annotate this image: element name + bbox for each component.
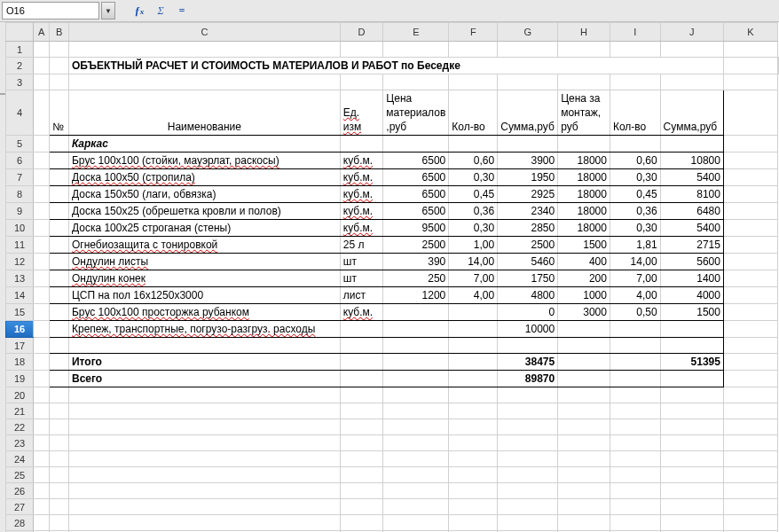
name-box-dropdown[interactable]: ▼ xyxy=(101,2,115,20)
col-header[interactable]: D xyxy=(340,23,383,42)
cell-qty[interactable]: 0,36 xyxy=(449,203,497,219)
cell-name[interactable]: Ондулин конек xyxy=(69,270,340,286)
col-header[interactable]: J xyxy=(660,23,723,42)
name-box[interactable]: O16 xyxy=(2,2,99,20)
cell-sum[interactable]: 2850 xyxy=(498,220,557,236)
row-header[interactable]: 13 xyxy=(6,270,34,287)
cell-sum[interactable]: 1750 xyxy=(498,270,557,286)
col-header[interactable]: F xyxy=(449,23,498,42)
col-header[interactable]: E xyxy=(383,23,449,42)
cell-qty[interactable]: 1,00 xyxy=(449,237,497,253)
row-header[interactable]: 10 xyxy=(6,220,34,237)
row-header[interactable]: 1 xyxy=(6,42,34,58)
cell-qty2[interactable]: 14,00 xyxy=(610,254,660,270)
cell-name[interactable]: Доска 150х50 (лаги, обвязка) xyxy=(69,186,340,202)
cell-qty[interactable]: 0,60 xyxy=(449,153,497,168)
cell-name[interactable]: Ондулин листы xyxy=(69,254,340,270)
cell-price[interactable]: 6500 xyxy=(383,153,448,168)
cell-sum[interactable]: 2500 xyxy=(498,237,557,253)
function-wizard-button[interactable]: ƒx xyxy=(130,2,149,20)
cell-price[interactable]: 6500 xyxy=(383,203,448,219)
sum-button[interactable]: Σ xyxy=(151,2,170,20)
cell-price-mont[interactable]: 18000 xyxy=(558,203,610,219)
row-header[interactable]: 28 xyxy=(6,515,34,531)
cell-sum[interactable]: 3900 xyxy=(498,153,557,168)
spreadsheet-grid[interactable]: A B C D E F G H I J K 1 2 ОБЪЕКТНЫЙ РАСЧ… xyxy=(5,22,779,532)
cell-price-mont[interactable] xyxy=(558,328,610,330)
cell-qty2[interactable]: 0,30 xyxy=(610,220,660,236)
row-header[interactable]: 24 xyxy=(6,451,34,467)
cell-unit[interactable]: шт xyxy=(341,270,383,286)
cell-price[interactable] xyxy=(383,311,448,313)
cell-name[interactable]: Доска 100х25 строганая (стены) xyxy=(69,220,340,236)
cell-qty2[interactable]: 7,00 xyxy=(610,270,660,286)
cell-name[interactable]: ЦСП на пол 16х1250х3000 xyxy=(69,287,340,303)
cell-qty2[interactable]: 0,30 xyxy=(610,169,660,185)
row-header[interactable]: 11 xyxy=(6,237,34,254)
cell-sum2[interactable]: 1500 xyxy=(661,304,723,320)
row-header[interactable]: 14 xyxy=(6,287,34,304)
col-header[interactable]: C xyxy=(68,23,340,42)
cell-sum2[interactable]: 10800 xyxy=(661,153,723,168)
cell-price[interactable]: 9500 xyxy=(383,220,448,236)
cell-price[interactable] xyxy=(383,328,448,330)
cell-sum2[interactable]: 8100 xyxy=(661,186,723,202)
cell-price[interactable]: 390 xyxy=(383,254,448,270)
col-header[interactable]: B xyxy=(50,23,69,42)
cell-name[interactable]: Доска 150х25 (обрешетка кровли и полов) xyxy=(69,203,340,219)
cell-sum2[interactable]: 5400 xyxy=(661,220,723,236)
cell-sum2[interactable]: 4000 xyxy=(661,287,723,303)
cell-qty[interactable]: 7,00 xyxy=(449,270,497,286)
equals-button[interactable]: = xyxy=(172,2,192,20)
cell-price-mont[interactable]: 1000 xyxy=(558,287,610,303)
cell-qty[interactable] xyxy=(449,311,497,313)
cell-price[interactable]: 1200 xyxy=(383,287,448,303)
cell-sum[interactable]: 0 xyxy=(498,304,557,320)
cell-qty[interactable]: 0,30 xyxy=(449,220,497,236)
row-header[interactable]: 7 xyxy=(6,169,34,186)
select-all-corner[interactable] xyxy=(6,23,34,42)
cell-sum[interactable]: 10000 xyxy=(498,321,557,337)
col-header[interactable]: A xyxy=(34,23,50,42)
cell-price[interactable]: 2500 xyxy=(383,237,448,253)
row-header[interactable]: 6 xyxy=(6,153,34,169)
cell-unit[interactable] xyxy=(341,328,383,330)
cell-sum2[interactable]: 6480 xyxy=(661,203,723,219)
cell-unit[interactable]: лист xyxy=(341,287,383,303)
row-header[interactable]: 26 xyxy=(6,483,34,499)
cell-sum[interactable]: 1950 xyxy=(498,169,557,185)
cell-unit[interactable]: куб.м. xyxy=(341,186,383,202)
cell-qty2[interactable]: 4,00 xyxy=(610,287,660,303)
cell-unit[interactable]: куб.м. xyxy=(341,169,383,185)
cell-sum[interactable]: 5460 xyxy=(498,254,557,270)
cell-price-mont[interactable]: 200 xyxy=(558,270,610,286)
row-header[interactable]: 23 xyxy=(6,435,34,451)
cell-unit[interactable]: 25 л xyxy=(341,237,383,253)
cell-qty2[interactable]: 1,81 xyxy=(610,237,660,253)
cell-qty[interactable]: 4,00 xyxy=(449,287,497,303)
cell-qty[interactable]: 0,45 xyxy=(449,186,497,202)
row-header[interactable]: 9 xyxy=(6,203,34,220)
col-header[interactable]: I xyxy=(610,23,660,42)
cell-price[interactable]: 6500 xyxy=(383,169,448,185)
cell-name[interactable]: Огнебиозащита с тонировкой xyxy=(69,237,340,253)
cell-qty2[interactable]: 0,60 xyxy=(610,153,660,168)
cell-price-mont[interactable]: 18000 xyxy=(558,186,610,202)
row-header[interactable]: 25 xyxy=(6,467,34,483)
cell-qty[interactable]: 0,30 xyxy=(449,169,497,185)
cell-sum[interactable]: 2925 xyxy=(498,186,557,202)
col-header[interactable]: H xyxy=(558,23,610,42)
row-header[interactable]: 8 xyxy=(6,186,34,203)
col-header[interactable]: K xyxy=(723,23,777,42)
cell-sum2[interactable]: 5400 xyxy=(661,169,723,185)
cell-name[interactable]: Доска 100х50 (стропила) xyxy=(69,169,340,185)
cell-sum2[interactable]: 2715 xyxy=(661,237,723,253)
row-header[interactable]: 27 xyxy=(6,499,34,515)
row-header[interactable]: 18 xyxy=(6,354,34,371)
cell-sum2[interactable] xyxy=(661,328,723,330)
cell-price-mont[interactable]: 18000 xyxy=(558,220,610,236)
cell-sum2[interactable]: 5600 xyxy=(661,254,723,270)
row-header[interactable]: 4 xyxy=(6,90,34,136)
cell-name[interactable]: Брус 100х100 (стойки, мауэрлат, раскосы) xyxy=(69,153,340,168)
cell-qty2[interactable] xyxy=(610,328,660,330)
